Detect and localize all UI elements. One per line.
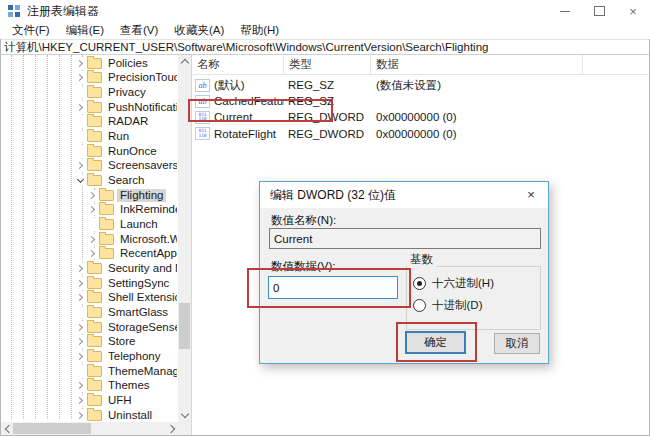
tree-item-security-and-mai[interactable]: Security and Mai: [1, 261, 177, 276]
tree-item-smartglass[interactable]: SmartGlass: [1, 305, 177, 320]
tree-item-label: RADAR: [105, 115, 151, 128]
tree-item-inkreminder[interactable]: InkReminder: [1, 203, 177, 218]
scroll-down-icon[interactable]: [178, 408, 191, 421]
tree-item-label: Telephony: [105, 350, 163, 363]
expand-icon[interactable]: [75, 380, 86, 391]
expand-icon[interactable]: [75, 395, 86, 406]
tree-item-search[interactable]: Search: [1, 173, 177, 188]
address-bar[interactable]: 计算机\HKEY_CURRENT_USER\Software\Microsoft…: [1, 39, 649, 55]
tree-item-thememanager[interactable]: ThemeManager: [1, 364, 177, 379]
expand-icon[interactable]: [75, 336, 86, 347]
folder-icon: [87, 72, 102, 83]
expand-icon[interactable]: [87, 190, 98, 201]
expand-icon[interactable]: [87, 204, 98, 215]
expand-icon[interactable]: [75, 58, 86, 69]
expand-icon[interactable]: [75, 292, 86, 303]
value-data-field[interactable]: [268, 276, 398, 299]
value-data: 0x00000000 (0): [371, 128, 649, 140]
tree-item-uninstall[interactable]: Uninstall: [1, 408, 177, 423]
column-header-type[interactable]: 类型: [284, 55, 371, 74]
value-type: REG_DWORD: [284, 128, 371, 140]
dialog-title: 编辑 DWORD (32 位)值: [260, 187, 396, 204]
tree-item-settingsync[interactable]: SettingSync: [1, 276, 177, 291]
tree-item-telephony[interactable]: Telephony: [1, 349, 177, 364]
folder-icon: [87, 292, 102, 303]
close-button[interactable]: ×: [616, 0, 650, 22]
expander-placeholder: [75, 146, 86, 157]
scroll-up-icon[interactable]: [178, 55, 191, 68]
tree-item-radar[interactable]: RADAR: [1, 115, 177, 130]
tree-item-runonce[interactable]: RunOnce: [1, 144, 177, 159]
tree-item-privacy[interactable]: Privacy: [1, 85, 177, 100]
tree-item-themes[interactable]: Themes: [1, 378, 177, 393]
tree-item-run[interactable]: Run: [1, 129, 177, 144]
menu-item-a[interactable]: 收藏夹(A): [166, 23, 232, 38]
cancel-button[interactable]: 取消: [494, 333, 540, 354]
expand-icon[interactable]: [75, 322, 86, 333]
dialog-close-button[interactable]: ×: [518, 184, 544, 204]
tree-item-label: StorageSense: [105, 321, 177, 334]
value-row-item[interactable]: (默认)REG_SZ(数值未设置): [192, 77, 649, 93]
menu-item-v[interactable]: 查看(V): [112, 23, 166, 38]
tree-item-precisiontouchpa[interactable]: PrecisionTouchPa: [1, 71, 177, 86]
value-row-current[interactable]: CurrentREG_DWORD0x00000000 (0): [192, 109, 649, 125]
scroll-right-icon[interactable]: [165, 422, 178, 435]
tree-item-store[interactable]: Store: [1, 334, 177, 349]
values-header: 名称 类型 数据: [192, 55, 649, 75]
title-bar: 注册表编辑器 ×: [0, 0, 650, 22]
expand-icon[interactable]: [75, 263, 86, 274]
expand-icon[interactable]: [75, 351, 86, 362]
column-header-data[interactable]: 数据: [371, 55, 583, 74]
tree-item-label: InkReminder: [117, 203, 177, 216]
radio-decimal[interactable]: 十进制(D): [413, 298, 482, 313]
tree-item-label: Shell Extensions: [105, 291, 177, 304]
tree-item-policies[interactable]: Policies: [1, 56, 177, 71]
value-data: 0x00000000 (0): [371, 111, 649, 123]
tree-item-shell-extensions[interactable]: Shell Extensions: [1, 291, 177, 306]
maximize-button[interactable]: [582, 0, 616, 22]
value-row-rotateflight[interactable]: RotateFlightREG_DWORD0x00000000 (0): [192, 126, 649, 142]
tree-item-screensavers[interactable]: Screensavers: [1, 159, 177, 174]
tree-item-label: ThemeManager: [105, 365, 177, 378]
menu-item-h[interactable]: 帮助(H): [232, 23, 287, 38]
expand-icon[interactable]: [75, 160, 86, 171]
tree-item-label: Run: [105, 130, 132, 143]
expand-icon[interactable]: [87, 248, 98, 259]
tree-vertical-scrollbar[interactable]: [178, 55, 191, 435]
ok-button[interactable]: 确定: [405, 331, 466, 354]
menu-item-f[interactable]: 文件(F): [4, 23, 58, 38]
radio-hexadecimal[interactable]: 十六进制(H): [413, 276, 494, 291]
tree-item-label: Policies: [105, 57, 151, 70]
tree-item-launch[interactable]: Launch: [1, 217, 177, 232]
expand-icon[interactable]: [75, 278, 86, 289]
tree-item-ufh[interactable]: UFH: [1, 393, 177, 408]
folder-icon: [87, 278, 102, 289]
tree-item-storagesense[interactable]: StorageSense: [1, 320, 177, 335]
value-name-field[interactable]: [269, 228, 541, 249]
tree-item-recentapps[interactable]: RecentApps: [1, 247, 177, 262]
menu-item-e[interactable]: 编辑(E): [58, 23, 112, 38]
expand-icon[interactable]: [75, 72, 86, 83]
minimize-button[interactable]: [548, 0, 582, 22]
tree-item-label: Screensavers: [105, 159, 177, 172]
horizontal-scroll-thumb[interactable]: [13, 423, 91, 434]
folder-icon: [87, 410, 102, 421]
column-header-name[interactable]: 名称: [192, 55, 284, 74]
expand-icon[interactable]: [87, 234, 98, 245]
tree-item-label: RecentApps: [117, 247, 177, 260]
tree-item-pushnotifications[interactable]: PushNotifications: [1, 100, 177, 115]
tree-item-microsoft-wind[interactable]: Microsoft.Wind: [1, 232, 177, 247]
value-row-cachedfeature[interactable]: CachedFeature...REG_SZ: [192, 93, 649, 109]
tree-horizontal-scrollbar[interactable]: [1, 422, 178, 435]
collapse-icon[interactable]: [75, 175, 86, 186]
edit-dword-dialog: 编辑 DWORD (32 位)值 × 数值名称(N): 数值数据(V): 基数 …: [259, 181, 549, 364]
folder-icon: [99, 219, 114, 230]
tree-item-label: Security and Mai: [105, 262, 177, 275]
expand-icon[interactable]: [75, 410, 86, 421]
tree-item-flighting[interactable]: Flighting: [1, 188, 177, 203]
tree-item-label: PrecisionTouchPa: [105, 71, 177, 84]
expand-icon[interactable]: [75, 102, 86, 113]
tree-item-label: RunOnce: [105, 145, 160, 158]
base-group-label: 基数: [407, 252, 436, 267]
vertical-scroll-thumb[interactable]: [179, 303, 190, 349]
